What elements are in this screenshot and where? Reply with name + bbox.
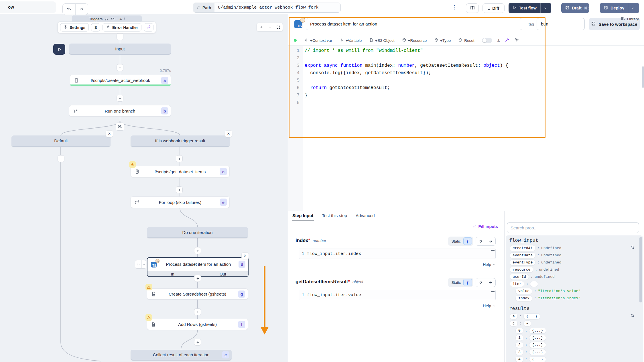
zoom-out-button[interactable] <box>268 25 272 29</box>
search-prop-input[interactable] <box>507 222 639 233</box>
zoom-in-button[interactable] <box>259 25 263 29</box>
props-scrollbar[interactable] <box>639 237 642 302</box>
tab-test-this-step[interactable]: Test this step <box>322 213 347 221</box>
branch-close-button[interactable]: × <box>106 130 113 137</box>
undo-button[interactable] <box>63 4 76 15</box>
code-line-4[interactable]: 4 console.log({index, getDatesetItemsRes… <box>288 69 644 77</box>
test-flow-dropdown[interactable] <box>540 3 550 13</box>
flow-node-run-one-branch[interactable]: Run one branchb <box>69 105 171 117</box>
expression-input-index[interactable]: 1flow_input.iter.index <box>299 249 496 259</box>
add-trigger-button[interactable]: + <box>119 17 122 21</box>
flow-node-do-one-iteration[interactable]: Do one iteration <box>147 227 248 238</box>
error-handler-button[interactable]: Error Handler <box>103 23 141 32</box>
prop-row-1[interactable]: 1:{...} <box>509 334 639 341</box>
path-input[interactable] <box>214 3 340 12</box>
run-step-icon[interactable] <box>135 260 142 268</box>
code-line-6[interactable]: 6 return getDatesetItemsResult; <box>288 84 644 92</box>
flow-node-create-webhook[interactable]: f/scripts/create_actor_webhooka <box>70 75 171 86</box>
prop-row-3[interactable]: 3:{...} <box>509 349 639 356</box>
flow-node-for-loop[interactable]: For loop (skip failures)e <box>131 196 230 208</box>
toolbar--type-button[interactable]: +Type <box>434 38 451 43</box>
toolbar--variable-button[interactable]: +Variable <box>340 38 362 43</box>
diff-button[interactable]: ± Diff <box>482 3 505 13</box>
ai-assistant-button[interactable] <box>144 23 153 32</box>
search-icon[interactable] <box>630 245 635 251</box>
prop-key[interactable]: a <box>510 313 518 319</box>
flow-node-get-dataset-items[interactable]: f/scripts/get_dataset_itemsc <box>131 166 230 177</box>
tab-advanced[interactable]: Advanced <box>356 213 375 221</box>
code-line-2[interactable]: 2 <box>288 54 644 62</box>
redo-button[interactable] <box>76 4 88 15</box>
branch-close-button[interactable]: × <box>225 130 232 137</box>
prop-key[interactable]: userId <box>510 274 529 280</box>
prop-row-value[interactable]: value:"Iteration's value" <box>509 288 639 295</box>
prop-key[interactable]: resource <box>510 267 533 273</box>
flow-canvas[interactable]: Triggers + Settings $ Error Handler <box>0 14 288 362</box>
ai-wand-icon[interactable] <box>505 38 509 43</box>
prop-row-iter[interactable]: iter:– <box>509 280 639 288</box>
arrow-right-icon[interactable] <box>486 278 496 287</box>
test-flow-button[interactable]: Test flow <box>509 3 551 13</box>
prop-row-eventType[interactable]: eventType:undefined <box>509 259 639 266</box>
node-out-label[interactable]: Out <box>198 272 248 276</box>
insert-step-button[interactable] <box>194 247 201 254</box>
flow-node-add-rows[interactable]: Add Rows (gsheets)f <box>147 319 248 330</box>
prop-row-a[interactable]: a:{...} <box>509 313 639 320</box>
insert-step-button[interactable] <box>117 33 123 40</box>
insert-step-button[interactable] <box>194 275 201 282</box>
prop-row-resource[interactable]: resource:undefined <box>509 266 639 273</box>
prop-key[interactable]: eventType <box>510 259 535 265</box>
more-options-button[interactable]: ⋮ <box>451 3 458 11</box>
prop-key[interactable]: eventData <box>510 252 535 258</box>
run-step-dropdown[interactable] <box>142 260 146 268</box>
code-line-5[interactable]: 5 <box>288 77 644 84</box>
insert-step-button[interactable] <box>117 64 123 71</box>
insert-step-button[interactable] <box>194 308 201 315</box>
prop-key[interactable]: 0 <box>515 328 523 334</box>
input-mode-toggle[interactable]: Staticf <box>448 278 473 287</box>
prop-row-c[interactable]: c:– <box>509 320 639 327</box>
run-step-split-button[interactable] <box>135 260 146 269</box>
prop-key[interactable]: createdAt <box>510 245 535 251</box>
webhook-icon[interactable] <box>105 17 109 21</box>
insert-step-button[interactable] <box>176 155 183 162</box>
prop-key[interactable]: 1 <box>515 335 523 341</box>
flow-node-process-dataset-item[interactable]: TSProcess dataset item for an actiondInO… <box>147 257 249 277</box>
prop-row-userId[interactable]: userId:undefined <box>509 273 639 280</box>
prop-row-4[interactable]: 4:{...} <box>509 356 639 362</box>
insert-step-button[interactable] <box>58 155 64 162</box>
flow-node-branch-default[interactable]: Default <box>11 135 111 147</box>
prop-key[interactable]: index <box>515 295 532 301</box>
variables-button[interactable]: $ <box>91 23 100 32</box>
run-flow-button[interactable] <box>53 44 65 55</box>
fill-inputs-button[interactable]: Fill inputs <box>472 224 498 229</box>
deploy-button[interactable]: Deploy <box>600 3 639 13</box>
email-trigger-icon[interactable] <box>111 17 115 21</box>
plug-icon[interactable] <box>476 278 486 287</box>
add-branch-button[interactable] <box>116 123 124 131</box>
prop-key[interactable]: 4 <box>515 356 523 362</box>
tab-step-input[interactable]: Step Input <box>292 213 313 221</box>
prop-key[interactable]: iter <box>510 281 524 287</box>
settings-button[interactable]: Settings <box>60 23 89 32</box>
prop-key[interactable]: 2 <box>515 342 523 348</box>
insert-step-button[interactable] <box>117 95 123 102</box>
code-line-8[interactable]: 8 <box>288 99 644 107</box>
toolbar-reset-button[interactable]: Reset <box>458 38 474 43</box>
prop-row-eventData[interactable]: eventData:undefined <box>509 252 639 259</box>
expression-input-getDatesetItemsResult[interactable]: 1flow_input.iter.value <box>299 290 496 300</box>
draft-button[interactable]: Draft ⌘S <box>561 3 589 13</box>
help-toggle-index[interactable]: Help <box>483 262 496 267</box>
flow-node-input[interactable]: Input <box>69 44 171 55</box>
tag-input[interactable] <box>537 18 585 30</box>
docs-button[interactable] <box>466 3 479 13</box>
code-line-7[interactable]: 7} <box>288 92 644 99</box>
toolbar--resource-button[interactable]: +Resource <box>402 38 427 43</box>
plus-minus-icon[interactable]: ± <box>497 38 500 43</box>
prop-row-0[interactable]: 0:{...} <box>509 327 639 334</box>
fit-view-button[interactable] <box>276 25 280 29</box>
editor-settings-gear-icon[interactable] <box>515 38 519 43</box>
insert-step-button[interactable] <box>176 186 183 193</box>
toolbar--context-var-button[interactable]: +Context var <box>304 38 332 43</box>
code-line-3[interactable]: 3export async function main(index: numbe… <box>288 62 644 69</box>
